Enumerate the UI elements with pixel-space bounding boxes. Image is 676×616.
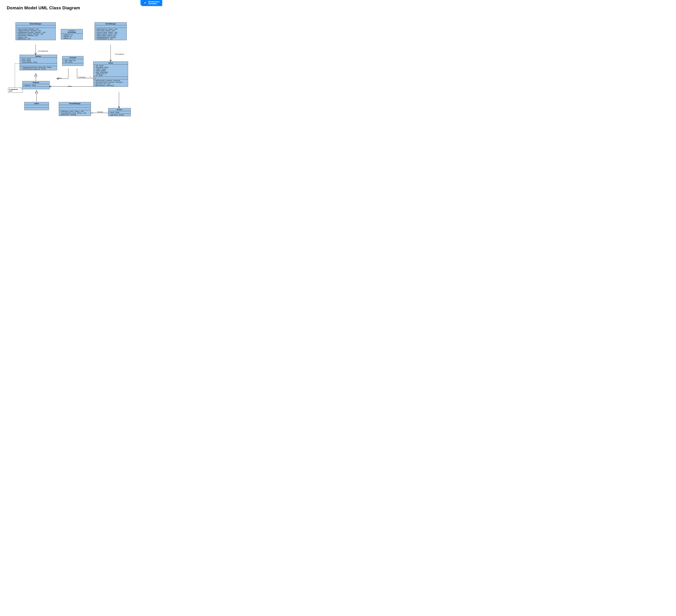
- label-author-2: author: [68, 85, 72, 87]
- class-section: Section + name : String + getAricles() :…: [108, 108, 131, 116]
- label-comments: Comments: [78, 76, 86, 78]
- label-author-1: author: [57, 77, 62, 79]
- class-article-state: <<enum>> ArticleState + published : int …: [61, 29, 83, 40]
- label-current-article: CurrentArticle: [115, 53, 124, 55]
- class-admin: Admin: [24, 102, 49, 110]
- class-article: Article + title : String + description :…: [93, 61, 128, 87]
- brand-logo-icon: [143, 1, 147, 5]
- label-one: 1: [90, 76, 91, 77]
- class-member: Member + name : String + email : String …: [19, 55, 57, 70]
- class-redactor: Redactor + signature : String: [22, 81, 50, 89]
- class-section-manager: SectionManager + addSection ( name : Str…: [59, 102, 91, 116]
- class-comment: Comment + date : Date Time + text : Stri…: [62, 56, 83, 66]
- label-current-member: CurrentMember: [38, 50, 48, 52]
- ops: + login (member: Member) : void + regist…: [16, 28, 56, 40]
- brand-text: Wondershare EdrawMax: [148, 1, 160, 5]
- note-fold-icon: [20, 87, 22, 90]
- brand-badge: Wondershare EdrawMax: [140, 0, 162, 6]
- svg-marker-1: [20, 87, 22, 89]
- diagram-canvas: Domain Model UML Class Diagram Wondersha…: [0, 0, 162, 148]
- page-title: Domain Model UML Class Diagram: [7, 5, 80, 10]
- label-sections: Sections: [97, 111, 103, 113]
- note-registered-user: A registered user: [8, 87, 22, 93]
- class-article-manager: ArticleManager + loadCurrent (url : Stri…: [95, 22, 127, 40]
- class-member-manager: MemberManager + login (member: Member) :…: [15, 22, 56, 40]
